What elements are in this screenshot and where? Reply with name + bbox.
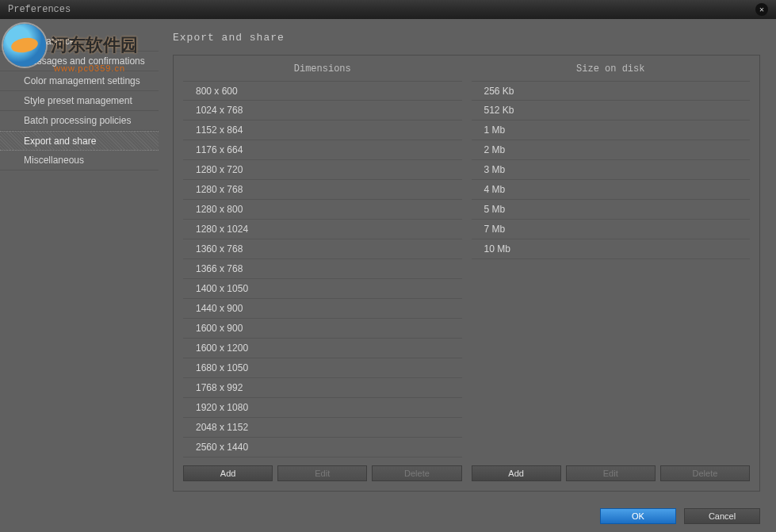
size-list[interactable]: 256 Kb512 Kb1 Mb2 Mb3 Mb4 Mb5 Mb7 Mb10 M…: [472, 81, 751, 461]
sidebar-item-messages-and-confirmations[interactable]: Messages and confirmations: [0, 52, 159, 71]
cancel-button[interactable]: Cancel: [684, 508, 760, 524]
dimensions-buttons: Add Edit Delete: [183, 465, 462, 481]
list-item[interactable]: 3 Mb: [472, 160, 751, 180]
list-item[interactable]: 1280 x 1024: [183, 220, 462, 239]
list-item[interactable]: 2560 x 1440: [183, 438, 462, 457]
sidebar-item-batch-processing-policies[interactable]: Batch processing policies: [0, 111, 159, 131]
sidebar-item-color-management-settings[interactable]: Color management settings: [0, 71, 159, 91]
list-item[interactable]: 10 Mb: [472, 239, 751, 259]
list-item[interactable]: 1360 x 768: [183, 239, 462, 259]
size-buttons: Add Edit Delete: [472, 465, 751, 481]
dimensions-list-wrap: 800 x 6001024 x 7681152 x 8641176 x 6641…: [183, 81, 462, 461]
sidebar-item-appearance[interactable]: Appearance: [0, 32, 159, 52]
size-add-button[interactable]: Add: [472, 465, 561, 481]
list-item[interactable]: 1152 x 864: [183, 121, 462, 140]
list-item[interactable]: 1024 x 768: [183, 101, 462, 121]
list-item[interactable]: 1600 x 900: [183, 319, 462, 339]
list-item[interactable]: 1176 x 664: [183, 140, 462, 160]
list-item[interactable]: 7 Mb: [472, 220, 751, 239]
sidebar-item-style-preset-management[interactable]: Style preset management: [0, 91, 159, 111]
ok-button[interactable]: OK: [600, 508, 676, 524]
main-panel: Export and share Dimensions 800 x 600102…: [159, 19, 776, 499]
dimensions-list[interactable]: 800 x 6001024 x 7681152 x 8641176 x 6641…: [183, 81, 462, 461]
list-item[interactable]: 2048 x 1152: [183, 418, 462, 438]
sidebar-item-export-and-share[interactable]: Export and share: [0, 131, 159, 151]
panel-title: Export and share: [173, 32, 760, 44]
panel-frame: Dimensions 800 x 6001024 x 7681152 x 864…: [173, 55, 760, 492]
window-title: Preferences: [8, 4, 71, 15]
list-item[interactable]: 1440 x 900: [183, 299, 462, 319]
dimensions-header: Dimensions: [183, 63, 462, 81]
list-item[interactable]: 1600 x 1200: [183, 339, 462, 358]
sidebar: 河东软件园 www.pc0359.cn AppearanceMessages a…: [0, 19, 159, 499]
dimensions-column: Dimensions 800 x 6001024 x 7681152 x 864…: [183, 63, 462, 481]
list-item[interactable]: 5 Mb: [472, 200, 751, 220]
list-item[interactable]: 1 Mb: [472, 121, 751, 140]
list-item[interactable]: 2 Mb: [472, 140, 751, 160]
list-item[interactable]: 1920 x 1080: [183, 398, 462, 418]
dimensions-delete-button: Delete: [372, 465, 461, 481]
list-item[interactable]: 1768 x 992: [183, 378, 462, 398]
list-item[interactable]: 1280 x 768: [183, 180, 462, 200]
list-item[interactable]: 1400 x 1050: [183, 279, 462, 299]
dimensions-edit-button: Edit: [277, 465, 367, 481]
size-column: Size on disk 256 Kb512 Kb1 Mb2 Mb3 Mb4 M…: [472, 63, 751, 481]
dimensions-add-button[interactable]: Add: [183, 465, 273, 481]
columns: Dimensions 800 x 6001024 x 7681152 x 864…: [183, 63, 750, 481]
list-item[interactable]: 4 Mb: [472, 180, 751, 200]
size-header: Size on disk: [472, 63, 751, 81]
content: 河东软件园 www.pc0359.cn AppearanceMessages a…: [0, 19, 776, 499]
list-item[interactable]: 1280 x 720: [183, 160, 462, 180]
sidebar-item-miscellaneous[interactable]: Miscellaneous: [0, 151, 159, 170]
list-item[interactable]: 512 Kb: [472, 101, 751, 121]
size-delete-button: Delete: [660, 465, 750, 481]
size-edit-button: Edit: [566, 465, 656, 481]
size-list-wrap: 256 Kb512 Kb1 Mb2 Mb3 Mb4 Mb5 Mb7 Mb10 M…: [472, 81, 751, 461]
footer: OK Cancel: [0, 499, 776, 532]
close-icon[interactable]: ✕: [755, 3, 768, 16]
list-item[interactable]: 1680 x 1050: [183, 358, 462, 378]
list-item[interactable]: 1366 x 768: [183, 259, 462, 279]
list-item[interactable]: 800 x 600: [183, 81, 462, 101]
list-item[interactable]: 1280 x 800: [183, 200, 462, 220]
titlebar: Preferences ✕: [0, 0, 776, 19]
list-item[interactable]: 256 Kb: [472, 81, 751, 101]
